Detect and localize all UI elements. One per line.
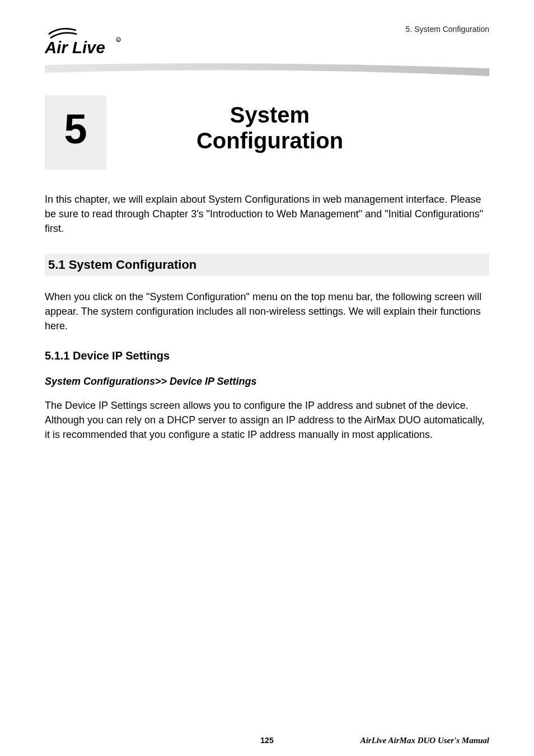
svg-text:Air Live: Air Live [45, 38, 105, 57]
chapter-title-line2: Configuration [196, 128, 343, 153]
chapter-title: System Configuration [196, 95, 399, 153]
subsection-heading: 5.1.1 Device IP Settings [45, 348, 489, 364]
footer-page-number: 125 [260, 736, 273, 745]
chapter-heading-block: 5 System Configuration [45, 95, 489, 170]
brand-logo: Air Live R [45, 22, 123, 62]
footer-doc-title: AirLive AirMax DUO User's Manual [360, 736, 489, 745]
subsection-paragraph: The Device IP Settings screen allows you… [45, 398, 489, 442]
breadcrumb: System Configurations>> Device IP Settin… [45, 374, 489, 389]
chapter-title-line1: System [230, 102, 310, 127]
header-section-label: 5. System Configuration [406, 25, 489, 34]
header-divider-icon [45, 60, 489, 83]
chapter-number-box: 5 [45, 95, 106, 170]
page-body: In this chapter, we will explain about S… [45, 192, 489, 442]
section-heading: 5.1 System Configuration [45, 254, 489, 276]
page-header: Air Live R 5. System Configuration [45, 22, 489, 62]
chapter-title-wrap: System Configuration [106, 95, 489, 170]
intro-paragraph: In this chapter, we will explain about S… [45, 192, 489, 236]
section-paragraph: When you click on the "System Configurat… [45, 290, 489, 333]
svg-text:R: R [118, 39, 120, 42]
chapter-number: 5 [64, 105, 87, 153]
page: Air Live R 5. System Configuration 5 Sys… [0, 0, 534, 756]
airlive-logo-icon: Air Live R [45, 22, 123, 62]
